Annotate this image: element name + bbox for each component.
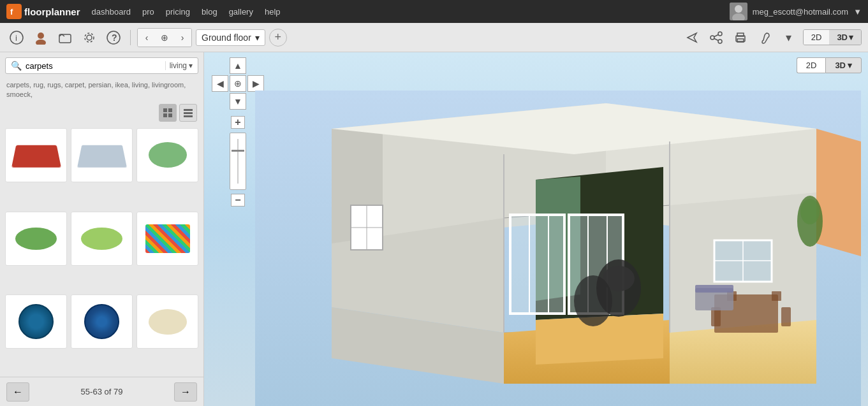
carpet-item-7[interactable] xyxy=(5,294,67,349)
carpet-green-oval2-shape xyxy=(15,228,57,250)
svg-line-18 xyxy=(714,38,718,40)
share-button[interactable] xyxy=(682,27,702,48)
zoom-in-button[interactable]: + xyxy=(231,116,245,129)
user-chevron[interactable]: ▼ xyxy=(853,7,862,17)
add-floor-icon: + xyxy=(275,31,282,44)
settings-button[interactable] xyxy=(79,27,99,48)
svg-point-15 xyxy=(710,36,714,40)
social-share-button[interactable] xyxy=(706,27,726,48)
svg-point-8 xyxy=(36,40,46,45)
prev-page-button[interactable]: ← xyxy=(6,382,29,402)
user-button[interactable] xyxy=(31,27,51,48)
view-3d-button[interactable]: 3D ▾ xyxy=(829,30,861,45)
pan-right-button[interactable]: ▶ xyxy=(247,75,264,92)
svg-line-17 xyxy=(714,34,718,36)
svg-point-57 xyxy=(574,275,612,326)
help-button[interactable]: ? xyxy=(103,27,124,48)
carpet-blue-shape xyxy=(77,145,127,168)
view-3d-chevron-icon: ▾ xyxy=(849,33,853,42)
carpet-item-2[interactable] xyxy=(71,128,133,182)
floor-selector[interactable]: Ground floor ▾ xyxy=(196,29,265,46)
info-button[interactable]: i xyxy=(6,27,27,48)
nav-center-button[interactable]: ⊕ xyxy=(156,29,173,47)
item-grid xyxy=(0,126,203,377)
svg-rect-27 xyxy=(184,112,193,114)
nav-prev-button[interactable]: ‹ xyxy=(138,29,156,47)
carpet-item-9[interactable] xyxy=(136,294,198,349)
pan-left-button[interactable]: ◀ xyxy=(212,75,228,92)
carpet-red-shape xyxy=(11,145,61,168)
svg-rect-46 xyxy=(510,215,564,314)
carpet-item-3[interactable] xyxy=(136,128,198,182)
tags-row: carpets, rug, rugs, carpet, persian, ike… xyxy=(0,79,203,104)
next-page-button[interactable]: → xyxy=(174,382,197,402)
nav-gallery[interactable]: gallery xyxy=(229,7,253,17)
wrench-button[interactable] xyxy=(754,27,775,48)
search-input[interactable] xyxy=(26,61,161,71)
viewport-3d-chevron-icon: ▾ xyxy=(848,61,852,70)
search-bar: 🔍 living ▾ xyxy=(5,57,198,74)
carpet-item-6[interactable] xyxy=(136,212,198,266)
zoom-out-button[interactable]: − xyxy=(231,194,245,207)
viewport-2d-button[interactable]: 2D xyxy=(797,57,826,73)
nav-blog[interactable]: blog xyxy=(202,7,217,17)
pan-up-button[interactable]: ▲ xyxy=(230,57,246,74)
user-email[interactable]: meg_escott@hotmail.com xyxy=(753,7,848,17)
carpet-item-5[interactable] xyxy=(71,212,133,266)
add-floor-button[interactable]: + xyxy=(269,29,287,47)
logo-text: floorplanner xyxy=(24,6,80,17)
svg-marker-63 xyxy=(816,129,861,256)
search-tags: carpets, rug, rugs, carpet, persian, ike… xyxy=(6,81,186,98)
svg-rect-28 xyxy=(184,115,193,117)
search-filter[interactable]: living ▾ xyxy=(165,61,193,70)
nav-help[interactable]: help xyxy=(265,7,281,17)
print-button[interactable] xyxy=(730,27,751,48)
carpet-green-oval3-shape xyxy=(81,228,122,250)
svg-point-3 xyxy=(735,5,742,13)
nav-arrows: ‹ ⊕ › xyxy=(137,28,192,47)
view-2d-button[interactable]: 2D xyxy=(804,30,830,45)
top-navigation: f floorplanner dashboard pro pricing blo… xyxy=(0,0,868,23)
grid-view-button[interactable] xyxy=(159,104,177,122)
svg-point-11 xyxy=(85,33,94,42)
app-logo[interactable]: f floorplanner xyxy=(6,4,80,19)
floor-chevron-icon: ▾ xyxy=(255,33,260,43)
carpet-item-8[interactable] xyxy=(71,294,133,349)
pan-center-button[interactable]: ⊕ xyxy=(230,75,246,92)
svg-rect-24 xyxy=(163,113,167,117)
carpet-colorful-shape xyxy=(145,224,190,253)
carpet-green-oval-shape xyxy=(149,142,187,168)
user-area: meg_escott@hotmail.com ▼ xyxy=(730,3,862,20)
svg-point-16 xyxy=(718,40,722,43)
more-options-button[interactable]: ▾ xyxy=(779,27,799,48)
view-toggle: 2D 3D ▾ xyxy=(803,29,862,45)
zoom-scale xyxy=(230,133,246,190)
carpet-item-1[interactable] xyxy=(5,128,67,182)
svg-rect-69 xyxy=(695,285,733,293)
folder-button[interactable] xyxy=(55,27,75,48)
svg-point-67 xyxy=(800,199,820,224)
nav-pro[interactable]: pro xyxy=(142,7,154,17)
viewport-3d-button[interactable]: 3D ▾ xyxy=(825,57,862,73)
viewport[interactable]: ▲ ◀ ⊕ ▶ ▼ + − xyxy=(204,52,868,406)
toolbar: i ? ‹ ⊕ › Ground floor ▾ + ▾ xyxy=(0,23,868,52)
svg-rect-25 xyxy=(168,113,172,117)
svg-text:?: ? xyxy=(112,33,117,43)
svg-rect-9 xyxy=(59,34,71,43)
svg-rect-62 xyxy=(772,291,781,301)
svg-point-7 xyxy=(38,33,44,39)
list-view-button[interactable] xyxy=(179,104,197,122)
nav-dashboard[interactable]: dashboard xyxy=(92,7,131,17)
main-area: 🔍 living ▾ carpets, rug, rugs, carpet, p… xyxy=(0,52,868,406)
nav-pricing[interactable]: pricing xyxy=(166,7,190,17)
pagination: ← 55-63 of 79 → xyxy=(0,377,203,406)
carpet-item-4[interactable] xyxy=(5,212,67,266)
carpet-circle-blue2-shape xyxy=(84,304,119,339)
pan-down-button[interactable]: ▼ xyxy=(230,93,246,110)
toolbar-right: ▾ 2D 3D ▾ xyxy=(682,27,862,48)
nav-next-button[interactable]: › xyxy=(173,29,191,47)
carpet-cream-oval-shape xyxy=(149,309,187,335)
floor-plan-3d xyxy=(255,91,861,406)
carpet-circle-blue-shape xyxy=(18,304,54,339)
view-mode-row xyxy=(0,104,203,126)
